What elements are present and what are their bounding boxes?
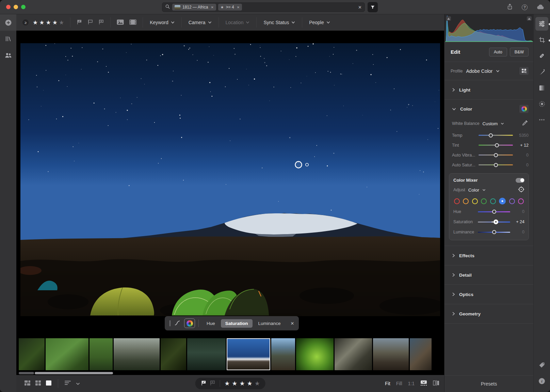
star-1[interactable]: ★: [224, 380, 230, 387]
hsl-tab-hue[interactable]: Hue: [202, 319, 220, 328]
filter-dropdown-sync-status[interactable]: Sync Status: [257, 17, 302, 28]
color-dot-2[interactable]: [472, 198, 478, 204]
zoom-mode-fill[interactable]: Fill: [396, 381, 402, 386]
highlight-clipping-button[interactable]: [527, 16, 532, 21]
help-button[interactable]: ?: [522, 4, 528, 10]
filmstrip-thumb-forest-people[interactable]: [46, 338, 88, 370]
star-1[interactable]: ★: [33, 20, 38, 26]
keywords-button[interactable]: [535, 358, 548, 372]
maximize-window-button[interactable]: [21, 5, 26, 9]
add-photos-button[interactable]: [0, 14, 16, 31]
star-3[interactable]: ★: [46, 20, 51, 26]
white-balance-value[interactable]: Custom: [483, 121, 498, 126]
star-2[interactable]: ★: [39, 20, 44, 26]
section-color-header[interactable]: Color: [444, 100, 533, 118]
flag-rejected-filter[interactable]: [98, 19, 104, 26]
slider-knob[interactable]: [489, 133, 493, 137]
reject-flag-button[interactable]: [209, 380, 215, 387]
filter-dropdown-camera[interactable]: Camera: [182, 17, 219, 28]
zoom-mode-1-1[interactable]: 1:1: [408, 381, 415, 386]
slider-track[interactable]: [479, 145, 513, 146]
filmstrip-thumb-trail-hikers[interactable]: [187, 338, 226, 370]
filmstrip-scrollbar[interactable]: [16, 371, 444, 375]
section-geometry[interactable]: Geometry: [444, 304, 533, 323]
auto-button[interactable]: Auto: [489, 48, 507, 56]
filmstrip-thumb-dark-forest[interactable]: [161, 338, 186, 370]
slider-track[interactable]: [479, 154, 513, 156]
rating-filter[interactable]: ≥ ★★★★★: [16, 17, 70, 28]
rating-operator-badge[interactable]: ≥: [22, 19, 29, 26]
close-popup-icon[interactable]: ✕: [291, 321, 294, 326]
section-light[interactable]: Light: [444, 80, 533, 99]
section-effects[interactable]: Effects: [444, 246, 533, 265]
popup-drag-handle[interactable]: [169, 320, 171, 326]
slider-knob[interactable]: [492, 210, 496, 214]
search-input[interactable]: 1812 — Africa✕★>= 4✕ ✕: [162, 2, 365, 12]
color-dot-0[interactable]: [454, 198, 460, 204]
filmstrip-thumb-cliff-rocks[interactable]: [373, 338, 409, 370]
color-mixer-toggle[interactable]: [516, 178, 524, 183]
share-button[interactable]: [507, 3, 513, 11]
histogram[interactable]: [444, 14, 533, 42]
slider-track[interactable]: [479, 164, 513, 165]
zoom-mode-fit[interactable]: Fit: [385, 381, 390, 386]
slider-track[interactable]: [478, 232, 510, 233]
filmstrip-thumb-forest-dark[interactable]: [19, 338, 45, 370]
star-4[interactable]: ★: [52, 20, 58, 26]
presets-button[interactable]: Presets: [481, 381, 497, 387]
filmstrip-thumb-spiral-plant[interactable]: [296, 338, 334, 370]
crop-tool-button[interactable]: [535, 33, 548, 47]
color-grading-button[interactable]: [519, 105, 529, 113]
before-after-compare-button[interactable]: [433, 380, 439, 387]
filmstrip-options-chevron-icon[interactable]: [76, 380, 80, 387]
info-button[interactable]: i: [535, 374, 548, 388]
remove-token-icon[interactable]: ✕: [237, 5, 240, 9]
star-5[interactable]: ★: [255, 380, 260, 387]
filmstrip-thumb-group-edge[interactable]: [410, 338, 432, 370]
square-grid-view-button[interactable]: [35, 380, 41, 387]
linear-gradient-tool-button[interactable]: [535, 81, 548, 95]
filter-dropdown-keyword[interactable]: Keyword: [143, 17, 181, 28]
slider-knob[interactable]: [495, 143, 499, 147]
filter-dropdown-people[interactable]: People: [302, 17, 337, 28]
more-tools-button[interactable]: [535, 113, 548, 127]
slider-knob[interactable]: [494, 153, 498, 157]
color-dot-3[interactable]: [481, 198, 487, 204]
radial-gradient-tool-button[interactable]: [535, 97, 548, 111]
star-5[interactable]: ★: [59, 20, 64, 26]
color-dot-4[interactable]: [490, 198, 496, 204]
star-2[interactable]: ★: [232, 380, 237, 387]
photos-filter-icon[interactable]: [117, 19, 124, 26]
color-dot-5[interactable]: [499, 198, 506, 205]
healing-tool-button[interactable]: [535, 49, 548, 63]
grid-view-button[interactable]: [25, 380, 30, 387]
scrollbar-segment[interactable]: [19, 372, 34, 374]
filmstrip-thumb-night-mountain[interactable]: [227, 338, 270, 370]
clear-search-icon[interactable]: ✕: [358, 5, 362, 10]
brush-tool-button[interactable]: [535, 65, 548, 79]
pick-flag-button[interactable]: [200, 380, 206, 387]
edit-tool-button[interactable]: [535, 17, 548, 31]
scrollbar-thumb[interactable]: [35, 372, 113, 374]
star-3[interactable]: ★: [239, 380, 245, 387]
targeted-adjustment-tool[interactable]: [518, 186, 524, 194]
videos-filter-icon[interactable]: [129, 19, 136, 26]
filmstrip-thumb-canyon[interactable]: [271, 338, 295, 370]
filter-button[interactable]: [368, 2, 378, 12]
flag-picked-filter[interactable]: [77, 19, 82, 26]
my-photos-button[interactable]: [0, 31, 16, 47]
search-token-1812-africa[interactable]: 1812 — Africa✕: [172, 4, 216, 11]
color-mixer-tool-button[interactable]: [184, 318, 195, 328]
slider-knob[interactable]: [494, 163, 498, 167]
slider-track[interactable]: [478, 211, 510, 212]
star-4[interactable]: ★: [247, 380, 253, 387]
filter-dropdown-location[interactable]: Location: [219, 17, 257, 28]
white-balance-eyedropper[interactable]: [522, 120, 528, 127]
slider-track[interactable]: [478, 222, 510, 223]
section-optics[interactable]: Optics: [444, 285, 533, 304]
tone-curve-icon[interactable]: [174, 320, 181, 327]
detail-view-button[interactable]: [46, 380, 51, 387]
slider-knob[interactable]: [492, 230, 496, 234]
people-view-button[interactable]: [0, 47, 16, 63]
slider-knob[interactable]: [494, 219, 498, 224]
